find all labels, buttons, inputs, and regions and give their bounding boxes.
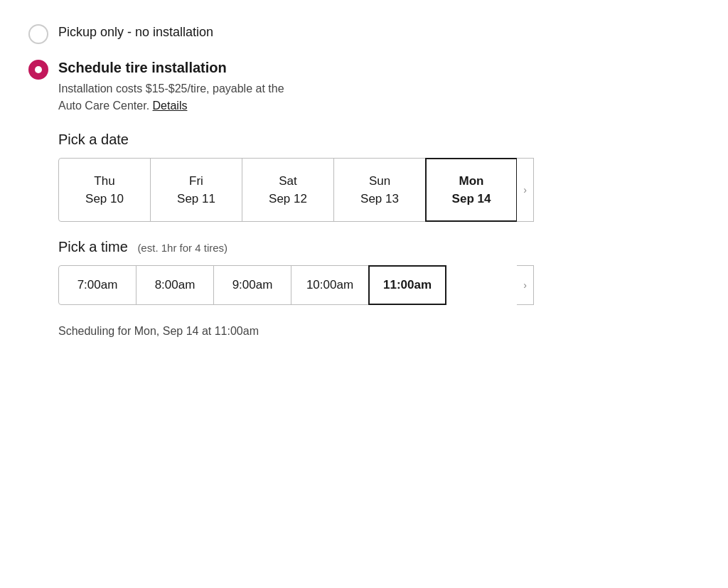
pickup-option[interactable]: Pickup only - no installation xyxy=(28,23,700,44)
time-picker-title: Pick a time (est. 1hr for 4 tires) xyxy=(58,239,534,255)
schedule-label: Schedule tire installation xyxy=(58,58,534,76)
schedule-radio[interactable] xyxy=(28,60,48,80)
time-picker-subtitle: (est. 1hr for 4 tires) xyxy=(137,242,228,254)
time-card-700am[interactable]: 7:00am xyxy=(58,265,136,305)
time-card-1100am[interactable]: 11:00am xyxy=(368,265,446,305)
schedule-option[interactable]: Schedule tire installation Installation … xyxy=(28,58,700,338)
time-scroll-container: 7:00am8:00am9:00am10:00am11:00am › xyxy=(58,265,534,305)
date-picker-title: Pick a date xyxy=(58,132,534,148)
time-card-1000am[interactable]: 10:00am xyxy=(291,265,369,305)
time-scroll-right-arrow[interactable]: › xyxy=(517,265,534,305)
date-card-fri[interactable]: FriSep 11 xyxy=(150,158,242,222)
install-description: Installation costs $15-$25/tire, payable… xyxy=(58,80,534,114)
date-cards: ThuSep 10FriSep 11SatSep 12SunSep 13MonS… xyxy=(58,158,517,222)
radio-inner-dot xyxy=(35,66,42,73)
date-card-thu[interactable]: ThuSep 10 xyxy=(58,158,151,222)
details-link[interactable]: Details xyxy=(153,100,188,112)
date-card-sun[interactable]: SunSep 13 xyxy=(333,158,426,222)
pickup-label: Pickup only - no installation xyxy=(58,23,213,40)
date-card-mon[interactable]: MonSep 14 xyxy=(425,158,517,222)
time-card-800am[interactable]: 8:00am xyxy=(136,265,214,305)
scheduling-summary: Scheduling for Mon, Sep 14 at 11:00am xyxy=(58,325,534,338)
time-card-900am[interactable]: 9:00am xyxy=(213,265,291,305)
date-scroll-right-arrow[interactable]: › xyxy=(517,158,534,222)
time-cards: 7:00am8:00am9:00am10:00am11:00am xyxy=(58,265,517,305)
date-card-sat[interactable]: SatSep 12 xyxy=(242,158,334,222)
pickup-radio[interactable] xyxy=(28,24,48,44)
date-scroll-container: ThuSep 10FriSep 11SatSep 12SunSep 13MonS… xyxy=(58,158,534,222)
